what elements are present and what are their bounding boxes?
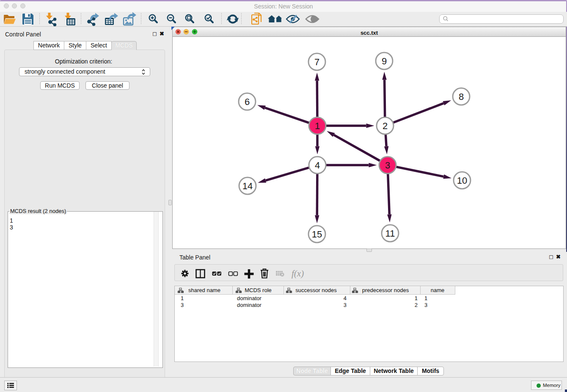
svg-text:3: 3 [344, 302, 347, 308]
svg-text:7: 7 [314, 57, 319, 67]
svg-text:MCDS role: MCDS role [245, 287, 272, 293]
svg-text:3: 3 [181, 302, 184, 308]
svg-text:dominator: dominator [237, 295, 261, 301]
svg-text:2: 2 [383, 121, 388, 131]
svg-text:1: 1 [415, 295, 418, 301]
svg-text:dominator: dominator [237, 302, 261, 308]
svg-text:4: 4 [344, 295, 347, 301]
svg-text:3: 3 [424, 302, 427, 308]
svg-text:shared name: shared name [188, 287, 220, 293]
svg-text:2: 2 [415, 302, 418, 308]
svg-text:1: 1 [424, 295, 427, 301]
svg-text:3: 3 [385, 160, 390, 171]
svg-text:15: 15 [312, 229, 322, 240]
svg-text:name: name [431, 287, 445, 293]
svg-text:successor nodes: successor nodes [295, 287, 337, 293]
svg-text:1: 1 [315, 121, 320, 131]
svg-text:f(x): f(x) [292, 268, 304, 279]
svg-text:1: 1 [181, 295, 184, 301]
svg-text:8: 8 [459, 91, 464, 102]
svg-text:11: 11 [385, 228, 395, 239]
svg-text:predecessor nodes: predecessor nodes [362, 287, 409, 293]
svg-text:10: 10 [457, 175, 467, 186]
svg-text:9: 9 [382, 56, 387, 66]
svg-text:14: 14 [242, 181, 253, 191]
svg-text:6: 6 [245, 97, 250, 107]
svg-text:4: 4 [315, 160, 320, 171]
